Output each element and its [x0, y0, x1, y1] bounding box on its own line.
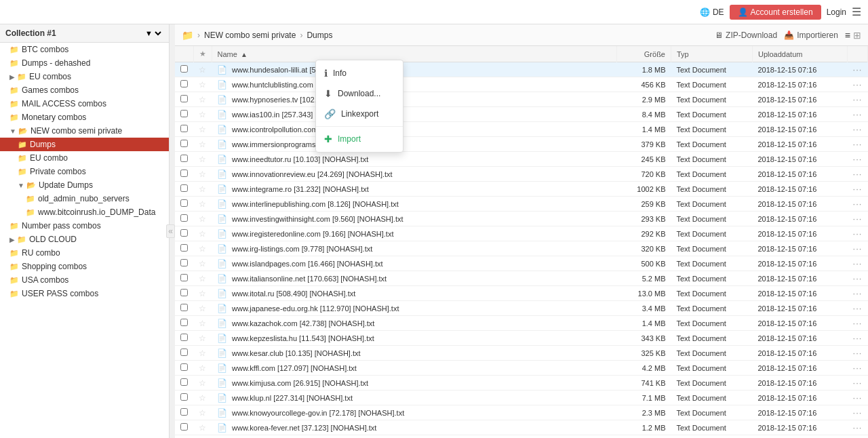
- list-view-button[interactable]: ≡: [845, 30, 850, 41]
- col-type-header[interactable]: Typ: [671, 46, 753, 62]
- import-button[interactable]: 📥 Importieren: [784, 31, 838, 40]
- row-actions[interactable]: ···: [848, 197, 868, 212]
- row-actions[interactable]: ···: [848, 331, 868, 346]
- row-actions[interactable]: ···: [848, 286, 868, 301]
- col-date-header[interactable]: Uploaddatum: [753, 46, 848, 62]
- more-icon[interactable]: ···: [853, 228, 863, 239]
- row-checkbox[interactable]: [175, 137, 193, 152]
- row-star[interactable]: ☆: [193, 137, 212, 152]
- sidebar-item-eu-combo[interactable]: 📁 EU combo: [0, 151, 169, 165]
- zip-download-button[interactable]: 🖥 ZIP-Download: [715, 31, 777, 40]
- sidebar-item-dumps[interactable]: 📁 Dumps: [0, 138, 169, 151]
- row-actions[interactable]: ···: [848, 152, 868, 167]
- row-star[interactable]: ☆: [193, 226, 212, 241]
- row-star[interactable]: ☆: [193, 62, 212, 77]
- sidebar-item-btc[interactable]: 📁 BTC combos: [0, 43, 169, 56]
- row-actions[interactable]: ···: [848, 212, 868, 226]
- row-checkbox[interactable]: [175, 391, 193, 405]
- sidebar-item-old-admin[interactable]: 📁 old_admin_nubo_servers: [0, 192, 169, 205]
- language-selector[interactable]: 🌐 DE: [700, 7, 724, 17]
- row-star[interactable]: ☆: [193, 346, 212, 361]
- row-actions[interactable]: ···: [848, 256, 868, 271]
- row-checkbox[interactable]: [175, 376, 193, 391]
- row-checkbox[interactable]: [175, 346, 193, 361]
- row-checkbox[interactable]: [175, 435, 193, 439]
- row-checkbox[interactable]: [175, 271, 193, 286]
- more-icon[interactable]: ···: [853, 243, 863, 254]
- row-star[interactable]: ☆: [193, 271, 212, 286]
- more-icon[interactable]: ···: [853, 303, 863, 313]
- more-icon[interactable]: ···: [853, 273, 863, 283]
- row-star[interactable]: ☆: [193, 376, 212, 391]
- row-actions[interactable]: ···: [848, 92, 868, 107]
- more-icon[interactable]: ···: [853, 64, 863, 75]
- col-size-header[interactable]: Größe: [617, 46, 671, 62]
- resize-handle[interactable]: [170, 24, 175, 438]
- row-star[interactable]: ☆: [193, 92, 212, 107]
- row-checkbox[interactable]: [175, 197, 193, 212]
- row-star[interactable]: ☆: [193, 212, 212, 226]
- row-star[interactable]: ☆: [193, 152, 212, 167]
- row-star[interactable]: ☆: [193, 286, 212, 301]
- row-star[interactable]: ☆: [193, 256, 212, 271]
- row-actions[interactable]: ···: [848, 167, 868, 182]
- row-star[interactable]: ☆: [193, 107, 212, 122]
- account-create-button[interactable]: 👤 Account erstellen: [730, 5, 821, 20]
- context-menu-import[interactable]: ✚ Import: [316, 129, 403, 149]
- sidebar-item-games[interactable]: 📁 Games combos: [0, 83, 169, 97]
- row-checkbox[interactable]: [175, 301, 193, 316]
- more-icon[interactable]: ···: [853, 407, 863, 418]
- row-actions[interactable]: ···: [848, 77, 868, 92]
- sidebar-item-old-cloud[interactable]: ▶ 📁 OLD CLOUD: [0, 233, 169, 246]
- row-star[interactable]: ☆: [193, 391, 212, 405]
- sidebar-item-new-combo[interactable]: ▼ 📂 NEW combo semi private: [0, 124, 169, 138]
- more-icon[interactable]: ···: [853, 109, 863, 119]
- more-icon[interactable]: ···: [853, 318, 863, 328]
- row-checkbox[interactable]: [175, 92, 193, 107]
- row-checkbox[interactable]: [175, 226, 193, 241]
- row-checkbox[interactable]: [175, 256, 193, 271]
- row-star[interactable]: ☆: [193, 435, 212, 439]
- row-star[interactable]: ☆: [193, 420, 212, 435]
- col-name-header[interactable]: Name ▲: [212, 46, 617, 62]
- more-icon[interactable]: ···: [853, 139, 863, 149]
- sidebar-item-monetary[interactable]: 📁 Monetary combos: [0, 111, 169, 124]
- row-star[interactable]: ☆: [193, 241, 212, 256]
- row-checkbox[interactable]: [175, 286, 193, 301]
- row-star[interactable]: ☆: [193, 405, 212, 420]
- row-star[interactable]: ☆: [193, 77, 212, 92]
- more-icon[interactable]: ···: [853, 348, 863, 358]
- row-star[interactable]: ☆: [193, 122, 212, 137]
- more-icon[interactable]: ···: [853, 94, 863, 104]
- context-menu-linkexport[interactable]: 🔗 Linkexport: [316, 104, 403, 124]
- more-icon[interactable]: ···: [853, 393, 863, 403]
- more-icon[interactable]: ···: [853, 124, 863, 134]
- row-star[interactable]: ☆: [193, 301, 212, 316]
- grid-view-button[interactable]: ⊞: [853, 30, 861, 41]
- row-checkbox[interactable]: [175, 241, 193, 256]
- row-checkbox[interactable]: [175, 420, 193, 435]
- breadcrumb-root-icon[interactable]: 📁: [182, 30, 193, 41]
- row-actions[interactable]: ···: [848, 316, 868, 331]
- sidebar-item-number-pass[interactable]: 📁 Number pass combos: [0, 219, 169, 233]
- row-checkbox[interactable]: [175, 152, 193, 167]
- row-checkbox[interactable]: [175, 77, 193, 92]
- context-menu-download[interactable]: ⬇ Download...: [316, 83, 403, 104]
- row-actions[interactable]: ···: [848, 376, 868, 391]
- row-checkbox[interactable]: [175, 405, 193, 420]
- sidebar-item-dumps-dehashed[interactable]: 📁 Dumps - dehashed: [0, 56, 169, 70]
- sidebar-item-private[interactable]: 📁 Private combos: [0, 165, 169, 178]
- row-checkbox[interactable]: [175, 62, 193, 77]
- row-actions[interactable]: ···: [848, 271, 868, 286]
- row-star[interactable]: ☆: [193, 182, 212, 197]
- breadcrumb-path2[interactable]: Dumps: [307, 31, 332, 40]
- login-button[interactable]: Login: [827, 7, 846, 17]
- row-actions[interactable]: ···: [848, 62, 868, 77]
- row-actions[interactable]: ···: [848, 226, 868, 241]
- more-icon[interactable]: ···: [853, 79, 863, 89]
- row-checkbox[interactable]: [175, 122, 193, 137]
- menu-icon[interactable]: ☰: [852, 5, 861, 18]
- row-actions[interactable]: ···: [848, 391, 868, 405]
- row-checkbox[interactable]: [175, 361, 193, 376]
- more-icon[interactable]: ···: [853, 378, 863, 388]
